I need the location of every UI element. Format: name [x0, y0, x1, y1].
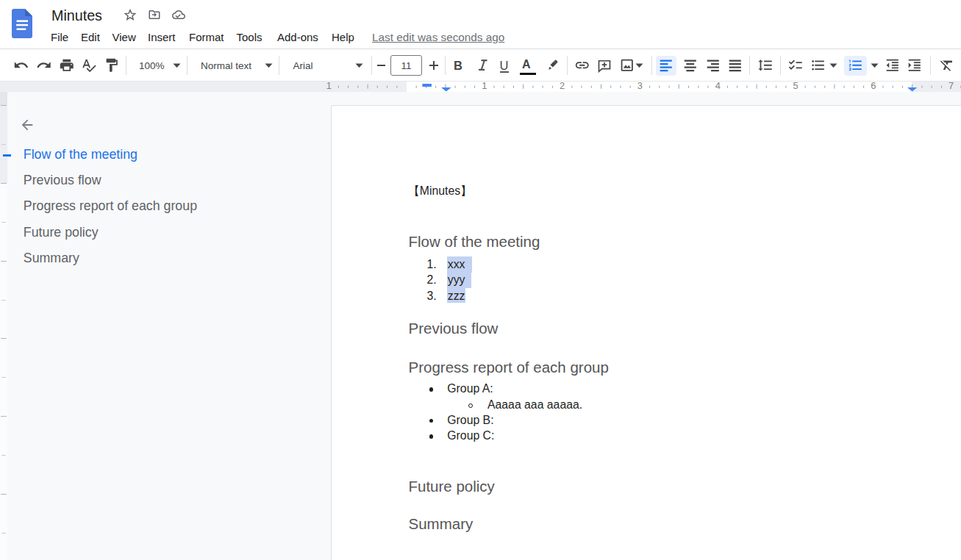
svg-text:7: 7 — [949, 81, 954, 91]
svg-text:6: 6 — [871, 81, 876, 91]
svg-text:5: 5 — [793, 81, 798, 91]
svg-text:1: 1 — [326, 81, 332, 91]
svg-text:4: 4 — [715, 81, 721, 91]
svg-text:1: 1 — [482, 81, 487, 91]
svg-text:2: 2 — [560, 81, 565, 91]
svg-text:3: 3 — [637, 81, 643, 91]
